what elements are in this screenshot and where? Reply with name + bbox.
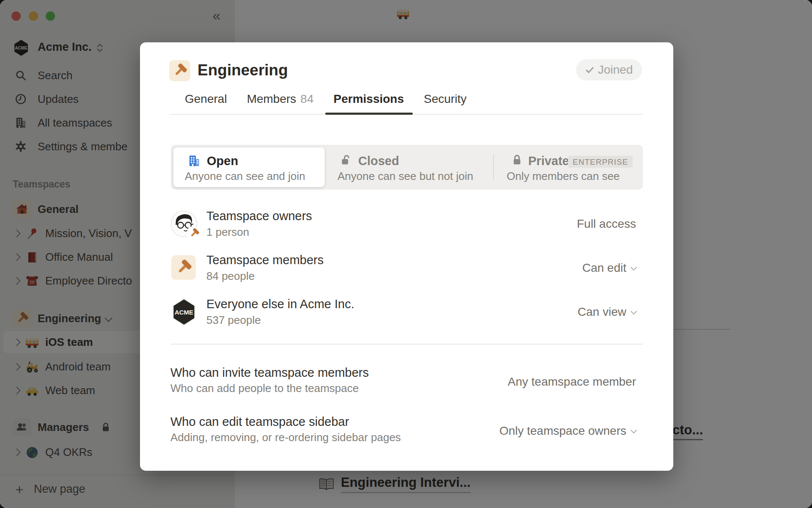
visibility-segmented-control: Open Anyone can see and join Closed Anyo… <box>171 145 643 190</box>
check-icon <box>585 66 594 74</box>
access-row-everyone: ACME Everyone else in Acme Inc. 537 peop… <box>170 293 636 331</box>
access-row-title: Teamspace members <box>206 252 324 268</box>
tab-permissions[interactable]: Permissions <box>333 86 404 114</box>
hammer-icon <box>176 260 192 276</box>
access-level-dropdown[interactable]: Can edit <box>582 249 636 287</box>
setting-value-static[interactable]: Any teamspace member <box>508 362 636 401</box>
option-title: Closed <box>358 153 399 169</box>
modal-divider <box>170 344 643 345</box>
option-title: Private <box>528 153 569 169</box>
access-row-members: Teamspace members 84 people Can edit <box>170 249 636 287</box>
setting-row-edit-sidebar: Who can edit teamspace sidebar Adding, r… <box>170 411 636 450</box>
setting-title: Who can invite teamspace members <box>170 365 369 380</box>
visibility-option-open[interactable]: Open Anyone can see and join <box>173 147 325 187</box>
access-row-title: Everyone else in Acme Inc. <box>206 296 354 312</box>
lock-closed-icon <box>511 154 523 166</box>
tab-general[interactable]: General <box>185 86 227 114</box>
hammer-badge-icon <box>188 227 200 239</box>
option-desc: Only members can see <box>507 169 620 183</box>
modal-teamspace-icon-tile <box>169 60 190 81</box>
option-title: Open <box>207 153 238 169</box>
segment-divider <box>493 155 494 180</box>
app-window: « ACME Acme Inc. Search Updates All team… <box>0 0 812 508</box>
modal-title: Engineering <box>198 58 288 82</box>
enterprise-badge: ENTERPRISE <box>568 156 633 168</box>
joined-badge[interactable]: Joined <box>576 59 642 80</box>
access-row-subtitle: 537 people <box>206 313 261 327</box>
setting-row-invite: Who can invite teamspace members Who can… <box>170 362 636 401</box>
owner-avatar <box>170 210 198 237</box>
setting-value-dropdown[interactable]: Only teamspace owners <box>499 411 636 450</box>
access-row-owners: Teamspace owners 1 person Full access <box>170 205 636 243</box>
setting-subtitle: Adding, removing, or re-ordering sidebar… <box>170 431 401 444</box>
lock-open-icon <box>340 154 351 166</box>
tab-members[interactable]: Members84 <box>247 86 314 114</box>
modal-tabs: General Members84 Permissions Security <box>169 86 643 115</box>
option-desc: Anyone can see but not join <box>337 169 473 183</box>
members-count: 84 <box>300 92 313 105</box>
access-row-title: Teamspace owners <box>206 208 312 224</box>
access-row-subtitle: 84 people <box>206 269 255 283</box>
setting-title: Who can edit teamspace sidebar <box>170 414 349 429</box>
teamspace-icon-tile <box>171 255 196 280</box>
access-level-dropdown[interactable]: Can view <box>578 293 636 331</box>
teamspace-settings-modal: Engineering Joined General Members84 Per… <box>140 42 673 471</box>
tab-security[interactable]: Security <box>424 86 466 114</box>
option-desc: Anyone can see and join <box>185 169 305 183</box>
acme-logo: ACME <box>172 299 196 325</box>
access-row-subtitle: 1 person <box>206 225 249 239</box>
chevron-down-icon <box>631 427 637 433</box>
joined-label: Joined <box>598 63 633 77</box>
chevron-down-icon <box>631 308 637 315</box>
building-blue-icon <box>187 154 201 168</box>
setting-subtitle: Who can add people to the teamspace <box>170 381 359 395</box>
chevron-down-icon <box>631 264 637 271</box>
hammer-icon <box>173 64 187 78</box>
access-level-static: Full access <box>577 205 636 243</box>
